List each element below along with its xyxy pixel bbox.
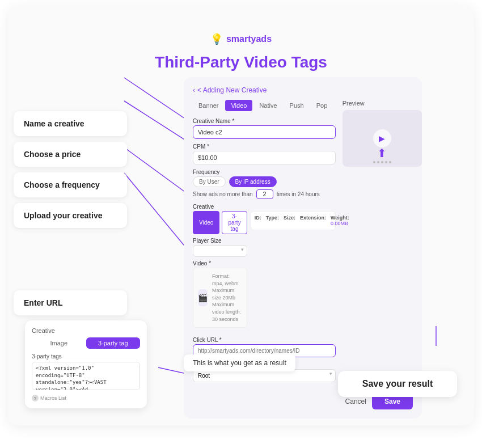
bottom-creative-label: Creative — [32, 327, 140, 334]
form-back-label: < Adding New Creative — [197, 86, 267, 94]
result-bubble: This is what you get as a result — [184, 354, 295, 371]
freq-by-user[interactable]: By User — [193, 176, 226, 187]
form-back-header[interactable]: ‹ < Adding New Creative — [193, 86, 413, 94]
back-arrow-icon: ‹ — [193, 86, 195, 94]
creative-section-label: Creative — [193, 204, 336, 210]
frequency-options: By User By IP address — [193, 176, 336, 187]
step-choose-frequency: Choose a frequency — [14, 172, 127, 197]
frequency-times-input[interactable] — [256, 189, 273, 199]
step-enter-url: Enter URL — [14, 290, 127, 315]
preview-box: ▶ ⬆ — [343, 110, 422, 167]
tab-push[interactable]: Push — [284, 100, 310, 111]
creative-type-video[interactable]: Video — [193, 211, 219, 234]
save-result-text: Save your result — [362, 379, 433, 389]
frequency-row: Frequency By User By IP address Show ads… — [193, 169, 336, 199]
logo-text: smartyads — [226, 34, 272, 44]
preview-upload-icon: ⬆ — [377, 146, 387, 160]
step-name-creative: Name a creative — [14, 111, 127, 136]
macros-info-icon: ? — [32, 395, 39, 401]
video-upload-row: Video * 🎬 Format: mp4, webm Maximum size… — [193, 260, 247, 328]
creative-name-label: Creative Name * — [193, 118, 336, 124]
player-size-select[interactable] — [193, 245, 247, 257]
preview-label: Preview — [343, 100, 422, 107]
creative-meta: ID: Type: Size: — [251, 211, 336, 230]
form-and-preview: Banner Video Native Push Pop Creative Na… — [193, 100, 413, 387]
creative-type-3party[interactable]: 3-party tag — [222, 211, 247, 234]
creative-section: Video 3-party tag Player Size — [193, 211, 336, 332]
bc-tab-3party[interactable]: 3-party tag — [86, 337, 141, 349]
creative-left: Video 3-party tag Player Size — [193, 211, 247, 332]
tab-pop[interactable]: Pop — [311, 100, 333, 111]
main-card: 💡 smartyads Third-Party Video Tags Name … — [8, 6, 474, 425]
creative-meta-row: ID: Type: Size: — [255, 215, 332, 226]
freq-by-ip[interactable]: By IP address — [229, 176, 277, 187]
player-size-label: Player Size — [193, 238, 247, 244]
cpm-row: CPM * — [193, 143, 336, 164]
page-title: Third-Party Video Tags — [155, 53, 327, 71]
tab-native[interactable]: Native — [253, 100, 282, 111]
frequency-label: Frequency — [193, 169, 336, 175]
header: 💡 smartyads Third-Party Video Tags — [14, 17, 468, 77]
cpm-input[interactable] — [193, 151, 336, 164]
video-info: Format: mp4, webm Maximum size 20Mb Maxi… — [212, 273, 242, 323]
player-size-row: Player Size ▾ — [193, 238, 247, 257]
creative-name-row: Creative Name * — [193, 118, 336, 139]
bottom-save-card: Save your result — [338, 371, 457, 397]
logo: 💡 smartyads — [210, 33, 272, 45]
logo-icon: 💡 — [210, 33, 223, 45]
click-url-label: Click URL * — [193, 337, 336, 343]
cpm-label: CPM * — [193, 143, 336, 150]
creative-name-input[interactable] — [193, 125, 336, 139]
bc-tab-image[interactable]: Image — [32, 337, 86, 349]
bc-tag-textarea[interactable]: <?xml version="1.0" encoding="UTF-8" sta… — [32, 362, 140, 390]
tab-video[interactable]: Video — [225, 100, 252, 111]
frequency-times: Show ads no more than times in 24 hours — [193, 189, 336, 199]
creative-type-row: Video 3-party tag — [193, 211, 247, 234]
bc-macros[interactable]: ? Macros List — [32, 395, 140, 401]
preview-section: Preview ▶ ⬆ — [343, 100, 422, 167]
form-fields: Banner Video Native Push Pop Creative Na… — [193, 100, 336, 387]
preview-play-icon: ▶ — [373, 129, 391, 147]
step-upload-creative: Upload your creative — [14, 203, 127, 228]
bottom-creative-card: Creative Image 3-party tag 3-party tags … — [25, 320, 147, 408]
bottom-creative-tabs: Image 3-party tag — [32, 337, 140, 349]
format-tabs: Banner Video Native Push Pop — [193, 100, 336, 111]
step-choose-price: Choose a price — [14, 142, 127, 167]
tab-banner[interactable]: Banner — [193, 100, 224, 111]
video-label: Video * — [193, 260, 247, 267]
bc-tag-label: 3-party tags — [32, 353, 140, 360]
preview-dots — [373, 161, 391, 163]
video-file-icon: 🎬 — [198, 289, 208, 306]
video-upload-area[interactable]: 🎬 Format: mp4, webm Maximum size 20Mb Ma… — [193, 268, 247, 328]
creative-row: Creative Video 3-party tag Playe — [193, 204, 336, 332]
form-column: ‹ < Adding New Creative Banner Video Nat… — [127, 77, 474, 419]
